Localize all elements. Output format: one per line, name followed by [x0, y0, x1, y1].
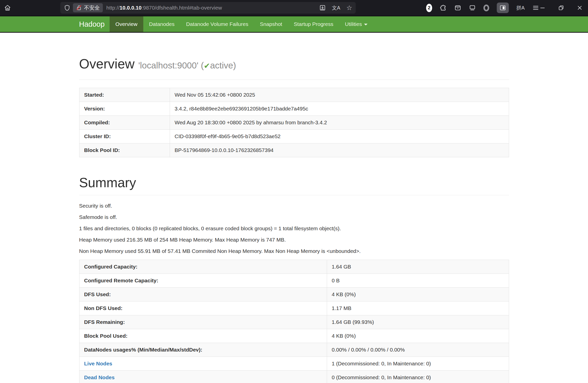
broken-lock-icon: [76, 5, 82, 11]
summary-stat-value: 4 KB (0%): [327, 288, 509, 301]
overview-info-label: Started:: [79, 88, 170, 102]
url-scheme: http://: [106, 5, 120, 11]
summary-stat-value: 0.00% / 0.00% / 0.00% / 0.00%: [327, 343, 509, 357]
summary-line: Safemode is off.: [79, 214, 509, 221]
translate-icon[interactable]: 文A: [332, 5, 340, 10]
summary-stat-row: Non DFS Used:1.17 MB: [79, 301, 509, 315]
downloads-archive-icon[interactable]: [454, 4, 461, 11]
overview-info-row: Version:3.4.2, r84e8b89ee2ebe6923691205b…: [79, 102, 509, 116]
overview-info-row: Compiled:Wed Aug 20 18:30:00 +0800 2025 …: [79, 116, 509, 130]
menu-hamburger-icon[interactable]: [532, 4, 539, 11]
sidebar-toggle-icon[interactable]: [497, 3, 509, 13]
nav-tab-utilities[interactable]: Utilities: [339, 16, 373, 32]
url-text: http://10.0.0.10:9870/dfshealth.html#tab…: [106, 5, 222, 11]
summary-stat-label: DFS Used:: [79, 288, 327, 301]
overview-info-row: Cluster ID:CID-03398f0f-ef9f-4b65-9e05-b…: [79, 130, 509, 143]
active-check-icon: ✔: [204, 62, 210, 70]
tabs-stack-icon[interactable]: [469, 4, 476, 11]
summary-stat-row: Block Pool Used:4 KB (0%): [79, 329, 509, 343]
namenode-host-label: 'localhost:9000' (✔active): [138, 60, 236, 70]
summary-stat-label: DFS Remaining:: [79, 315, 327, 329]
url-path: :9870/dfshealth.html#tab-overview: [142, 5, 222, 11]
nav-tab-overview[interactable]: Overview: [110, 16, 143, 32]
summary-stat-label: DataNodes usages% (Min/Median/Max/stdDev…: [79, 343, 327, 357]
overview-info-row: Block Pool ID:BP-517964869-10.0.0.10-176…: [79, 143, 509, 157]
summary-line: 1 files and directories, 0 blocks (0 rep…: [79, 225, 509, 232]
summary-line: Heap Memory used 216.35 MB of 254 MB Hea…: [79, 236, 509, 243]
nav-tab-datanodes[interactable]: Datanodes: [143, 16, 180, 32]
translate-pinyin-icon[interactable]: 拼A: [516, 5, 525, 10]
window-controls: [539, 5, 588, 11]
summary-stat-row: DFS Used:4 KB (0%): [79, 288, 509, 301]
summary-stat-row: Live Nodes1 (Decommissioned: 0, In Maint…: [79, 357, 509, 371]
nav-tabs: OverviewDatanodesDatanode Volume Failure…: [110, 16, 373, 32]
hadoop-navbar: Hadoop OverviewDatanodesDatanode Volume …: [0, 16, 588, 33]
nav-tab-label[interactable]: Utilities: [339, 16, 373, 32]
not-secure-badge[interactable]: 不安全: [73, 3, 103, 12]
dead-nodes-link[interactable]: Dead Nodes: [84, 374, 115, 380]
summary-stat-row: Configured Capacity:1.64 GB: [79, 260, 509, 274]
summary-stats-table: Configured Capacity:1.64 GBConfigured Re…: [79, 260, 509, 383]
navbar-brand[interactable]: Hadoop: [79, 16, 105, 32]
browser-toolbar: 不安全 http://10.0.0.10:9870/dfshealth.html…: [0, 0, 588, 16]
overview-info-value: Wed Aug 20 18:30:00 +0800 2025 by ahmars…: [170, 116, 509, 130]
summary-title: Summary: [79, 175, 509, 190]
extensions-puzzle-icon[interactable]: [440, 4, 447, 11]
overview-info-value: BP-517964869-10.0.0.10-1762326857394: [170, 143, 509, 157]
url-host: 10.0.0.10: [120, 5, 142, 11]
summary-stat-link-cell: Dead Nodes: [79, 371, 327, 383]
summary-stat-value: 1.64 GB (99.93%): [327, 315, 509, 329]
address-bar[interactable]: 不安全 http://10.0.0.10:9870/dfshealth.html…: [60, 2, 356, 14]
summary-stat-row: DFS Remaining:1.64 GB (99.93%): [79, 315, 509, 329]
summary-stat-value: 4 KB (0%): [327, 329, 509, 343]
home-icon[interactable]: [3, 3, 13, 13]
minimize-icon[interactable]: [539, 5, 546, 11]
active-status-label: active: [210, 60, 233, 70]
overview-info-value: Wed Nov 05 15:42:06 +0800 2025: [170, 88, 509, 102]
summary-stat-value: 1.64 GB: [327, 260, 509, 274]
nav-tab-snapshot[interactable]: Snapshot: [254, 16, 288, 32]
summary-stat-value: 1.17 MB: [327, 301, 509, 315]
recording-indicator-icon[interactable]: [483, 5, 489, 11]
overview-info-table: Started:Wed Nov 05 15:42:06 +0800 2025Ve…: [79, 88, 509, 157]
summary-stat-value: 0 B: [327, 274, 509, 288]
summary-stat-label: Configured Remote Capacity:: [79, 274, 327, 288]
summary-stat-label: Non DFS Used:: [79, 301, 327, 315]
summary-stat-row: Dead Nodes0 (Decommissioned: 0, In Maint…: [79, 371, 509, 383]
overview-info-label: Cluster ID:: [79, 130, 170, 143]
caret-down-icon: [364, 24, 368, 25]
overview-info-value: CID-03398f0f-ef9f-4b65-9e05-b7d8d523ae52: [170, 130, 509, 143]
summary-stat-row: Configured Remote Capacity:0 B: [79, 274, 509, 288]
nav-tab-label[interactable]: Datanode Volume Failures: [180, 16, 254, 32]
summary-stat-value: 1 (Decommissioned: 0, In Maintenance: 0): [327, 357, 509, 371]
live-nodes-link[interactable]: Live Nodes: [84, 361, 112, 366]
summary-stat-row: DataNodes usages% (Min/Median/Max/stdDev…: [79, 343, 509, 357]
title-divider: [79, 80, 509, 80]
save-page-icon[interactable]: [319, 5, 326, 11]
browser-extension-area: 2 拼A: [426, 3, 539, 13]
overview-info-value: 3.4.2, r84e8b89ee2ebe6923691205b9e171bad…: [170, 102, 509, 116]
page-content: Overview 'localhost:9000' (✔active) Star…: [79, 57, 509, 383]
overview-info-label: Version:: [79, 102, 170, 116]
nav-tab-label[interactable]: Snapshot: [254, 16, 288, 32]
nav-tab-datanode-volume-failures[interactable]: Datanode Volume Failures: [180, 16, 254, 32]
summary-line: Non Heap Memory used 55.91 MB of 57.41 M…: [79, 248, 509, 255]
nav-tab-label[interactable]: Startup Progress: [288, 16, 339, 32]
overview-info-row: Started:Wed Nov 05 15:42:06 +0800 2025: [79, 88, 509, 102]
bookmark-star-icon[interactable]: ☆: [346, 4, 352, 12]
close-icon[interactable]: [576, 5, 583, 11]
summary-stat-label: Configured Capacity:: [79, 260, 327, 274]
summary-line: Security is off.: [79, 202, 509, 209]
nav-tab-label[interactable]: Datanodes: [143, 16, 180, 32]
restore-window-icon[interactable]: [558, 5, 564, 11]
not-secure-label: 不安全: [84, 4, 100, 11]
account-badge[interactable]: 2: [426, 4, 432, 12]
nav-tab-label[interactable]: Overview: [110, 16, 143, 32]
summary-stat-label: Block Pool Used:: [79, 329, 327, 343]
summary-stat-link-cell: Live Nodes: [79, 357, 327, 371]
nav-tab-startup-progress[interactable]: Startup Progress: [288, 16, 339, 32]
page-title: Overview 'localhost:9000' (✔active): [79, 57, 509, 73]
shield-icon[interactable]: [64, 5, 70, 11]
summary-divider: [79, 195, 509, 195]
overview-info-label: Block Pool ID:: [79, 143, 170, 157]
